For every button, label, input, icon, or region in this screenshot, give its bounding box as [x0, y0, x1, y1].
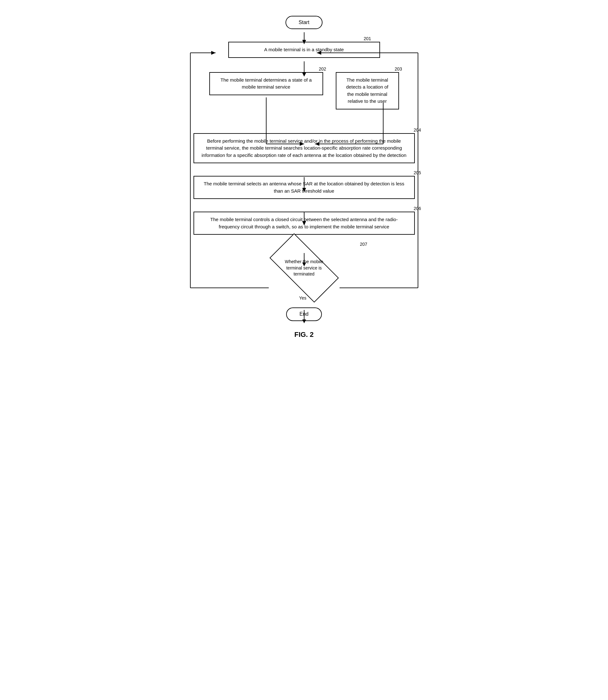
diamond-text: Whether the mobile terminal service is t… [279, 259, 329, 277]
node-204: Before performing the mobile terminal se… [193, 133, 415, 164]
node-205: The mobile terminal selects an antenna w… [193, 176, 415, 199]
node-207-row: Whether the mobile terminal service is t… [168, 247, 440, 289]
end-node: End [286, 308, 322, 321]
figure-label: FIG. 2 [294, 331, 314, 339]
node-207: Whether the mobile terminal service is t… [263, 247, 345, 289]
yes-label: Yes [299, 295, 306, 300]
label-205: 205 [414, 170, 421, 175]
node-205-row: The mobile terminal selects an antenna w… [168, 176, 440, 199]
node-202-col: 202 The mobile terminal determines a sta… [209, 72, 323, 95]
label-203: 203 [395, 67, 402, 72]
label-201: 201 [364, 36, 371, 41]
node-203-col: 203 The mobile terminal detects a locati… [336, 72, 399, 109]
start-node: Start [285, 16, 323, 29]
label-202: 202 [319, 67, 326, 72]
label-207: 207 [360, 242, 367, 247]
label-204: 204 [414, 128, 421, 132]
nodes-202-203-row: 202 The mobile terminal determines a sta… [168, 72, 440, 109]
label-206: 206 [414, 206, 421, 211]
node-201-row: A mobile terminal is in a standby state … [168, 42, 440, 58]
node-201: A mobile terminal is in a standby state [228, 42, 380, 58]
node-203: The mobile terminal detects a location o… [336, 72, 399, 109]
flowchart: Start A mobile terminal is in a standby … [168, 13, 440, 339]
node-206: The mobile terminal controls a closed ci… [193, 211, 415, 235]
node-206-row: The mobile terminal controls a closed ci… [168, 211, 440, 235]
node-204-row: Before performing the mobile terminal se… [168, 133, 440, 164]
node-202: The mobile terminal determines a state o… [209, 72, 323, 95]
